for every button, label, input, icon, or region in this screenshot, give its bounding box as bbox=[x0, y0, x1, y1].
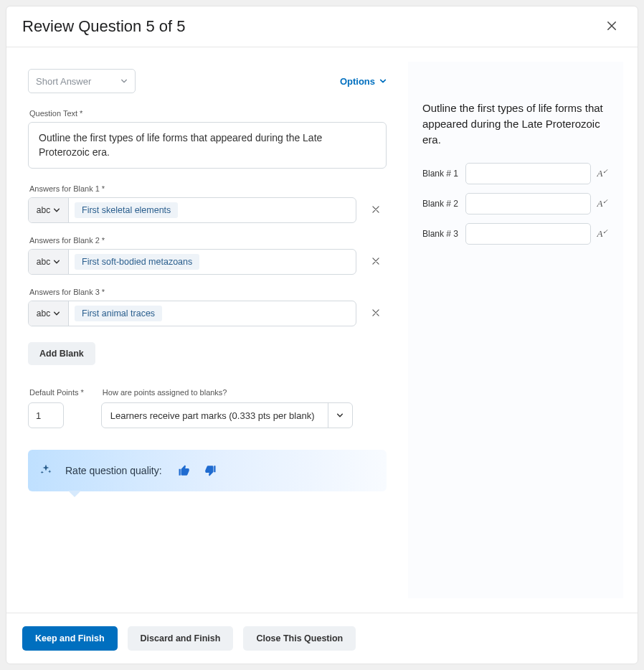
question-text-input[interactable] bbox=[28, 122, 387, 169]
preview-blank-input[interactable] bbox=[465, 223, 591, 245]
blank-label: Answers for Blank 1 * bbox=[29, 184, 387, 193]
answer-chip-area[interactable]: First skeletal elements bbox=[69, 198, 356, 222]
chevron-down-icon bbox=[53, 258, 60, 265]
answer-chip[interactable]: First animal traces bbox=[75, 306, 162, 321]
add-blank-button[interactable]: Add Blank bbox=[28, 342, 95, 365]
close-dialog-button[interactable] bbox=[602, 16, 622, 37]
rate-quality-label: Rate question quality: bbox=[65, 465, 162, 476]
chevron-down-icon bbox=[53, 207, 60, 214]
answer-chip[interactable]: First skeletal elements bbox=[75, 202, 178, 218]
match-mode-value: abc bbox=[37, 205, 50, 215]
chevron-down-icon bbox=[120, 77, 128, 85]
match-mode-select[interactable]: abc bbox=[29, 198, 69, 222]
preview-panel: Outline the first types of life forms th… bbox=[408, 62, 623, 598]
preview-blank-label: Blank # 1 bbox=[422, 169, 460, 179]
answer-row: abc First animal traces bbox=[28, 301, 387, 326]
preview-blank-row: Blank # 1 A✓ bbox=[422, 163, 609, 184]
remove-blank-button[interactable] bbox=[365, 249, 387, 275]
scoring-select[interactable]: Learners receive part marks (0.333 pts p… bbox=[101, 402, 353, 428]
points-column: Default Points * bbox=[28, 384, 84, 428]
blank-label: Answers for Blank 3 * bbox=[29, 288, 387, 296]
spellcheck-icon[interactable]: A✓ bbox=[597, 228, 609, 240]
answer-chip-area[interactable]: First soft-bodied metazoans bbox=[69, 250, 356, 274]
close-icon bbox=[371, 204, 381, 217]
preview-blank-input[interactable] bbox=[465, 193, 591, 214]
preview-question-text: Outline the first types of life forms th… bbox=[422, 100, 609, 147]
preview-blank-label: Blank # 2 bbox=[422, 199, 460, 209]
close-this-question-button[interactable]: Close This Question bbox=[243, 626, 356, 651]
preview-blank-label: Blank # 3 bbox=[422, 229, 460, 239]
answer-chip[interactable]: First soft-bodied metazoans bbox=[75, 254, 199, 270]
scoring-label: How are points assigned to blanks? bbox=[103, 388, 353, 397]
options-label: Options bbox=[340, 76, 375, 87]
answer-row: abc First soft-bodied metazoans bbox=[28, 249, 387, 275]
match-mode-value: abc bbox=[37, 257, 50, 267]
dialog-footer: Keep and Finish Discard and Finish Close… bbox=[6, 613, 638, 664]
close-icon bbox=[371, 308, 381, 320]
answer-row: abc First skeletal elements bbox=[28, 197, 387, 223]
preview-blank-row: Blank # 2 A✓ bbox=[422, 193, 609, 214]
dialog-title: Review Question 5 of 5 bbox=[22, 17, 185, 36]
preview-blank-input[interactable] bbox=[465, 163, 591, 184]
blank-group-2: Answers for Blank 2 * abc First soft-bod… bbox=[28, 236, 387, 275]
review-question-dialog: Review Question 5 of 5 Short Answer bbox=[6, 6, 638, 664]
discard-and-finish-button[interactable]: Discard and Finish bbox=[128, 626, 234, 651]
preview-blank-row: Blank # 3 A✓ bbox=[422, 223, 609, 245]
default-points-input[interactable] bbox=[28, 402, 64, 428]
close-icon bbox=[371, 256, 381, 268]
editor-panel: Short Answer Options Question Text * bbox=[6, 47, 408, 613]
remove-blank-button[interactable] bbox=[365, 197, 387, 223]
remove-blank-button[interactable] bbox=[365, 301, 387, 326]
blank-group-1: Answers for Blank 1 * abc First skeletal… bbox=[28, 184, 387, 223]
options-toggle[interactable]: Options bbox=[340, 76, 387, 87]
blank-label: Answers for Blank 2 * bbox=[29, 236, 387, 245]
answer-input-compound: abc First skeletal elements bbox=[28, 197, 356, 223]
answer-input-compound: abc First soft-bodied metazoans bbox=[28, 249, 356, 275]
chevron-down-icon bbox=[379, 77, 387, 85]
thumbs-down-button[interactable] bbox=[204, 464, 217, 477]
scoring-column: How are points assigned to blanks? Learn… bbox=[101, 384, 353, 428]
spellcheck-icon[interactable]: A✓ bbox=[597, 168, 609, 179]
question-text-label: Question Text * bbox=[29, 109, 387, 118]
question-type-value: Short Answer bbox=[36, 76, 91, 87]
match-mode-select[interactable]: abc bbox=[29, 301, 69, 326]
chevron-down-icon bbox=[53, 310, 60, 317]
dialog-header: Review Question 5 of 5 bbox=[6, 6, 638, 47]
spellcheck-icon[interactable]: A✓ bbox=[597, 198, 609, 209]
answer-chip-area[interactable]: First animal traces bbox=[69, 301, 356, 326]
default-points-label: Default Points * bbox=[29, 388, 84, 397]
question-type-select[interactable]: Short Answer bbox=[28, 69, 136, 93]
match-mode-select[interactable]: abc bbox=[29, 250, 69, 274]
scoring-value: Learners receive part marks (0.333 pts p… bbox=[110, 410, 328, 421]
editor-top-row: Short Answer Options bbox=[28, 69, 387, 93]
dialog-body: Short Answer Options Question Text * bbox=[6, 47, 638, 613]
sparkle-icon bbox=[39, 463, 52, 478]
answer-input-compound: abc First animal traces bbox=[28, 301, 356, 326]
close-icon bbox=[605, 19, 618, 34]
chevron-down-icon bbox=[328, 403, 352, 428]
rate-quality-bar: Rate question quality: bbox=[28, 450, 387, 491]
match-mode-value: abc bbox=[37, 308, 50, 319]
blank-group-3: Answers for Blank 3 * abc First animal t… bbox=[28, 288, 387, 326]
keep-and-finish-button[interactable]: Keep and Finish bbox=[22, 626, 118, 651]
thumbs-up-button[interactable] bbox=[178, 464, 191, 477]
points-row: Default Points * How are points assigned… bbox=[28, 384, 387, 428]
